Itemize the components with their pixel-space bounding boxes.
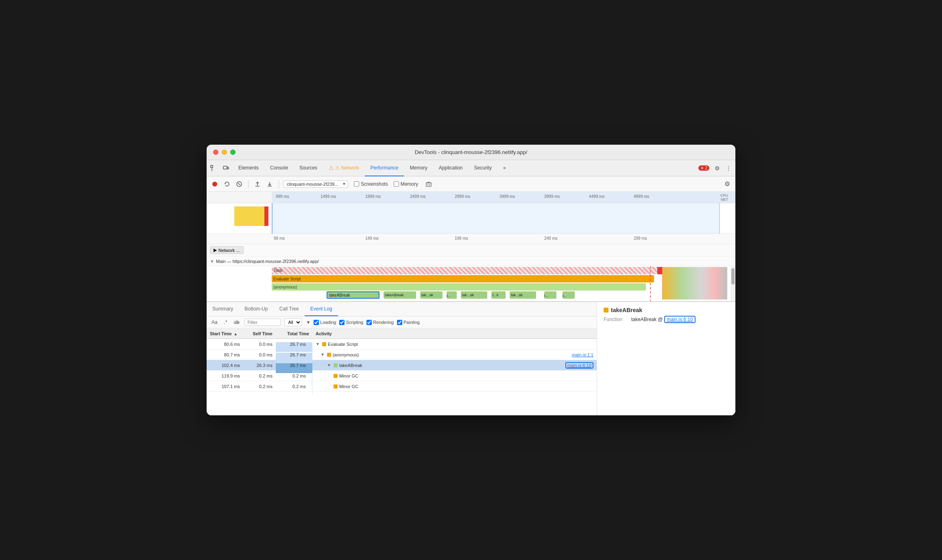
takeabreak-bar-8[interactable]: t... [544, 291, 556, 299]
url-dropdown[interactable]: clinquant-mousse-2f239... ▼ [283, 180, 348, 188]
evaluate-script-bar[interactable]: Evaluate Script [272, 275, 654, 282]
network-btn-label: Network ... [218, 248, 240, 253]
case-sensitive-btn[interactable]: Aa [210, 319, 219, 326]
error-x: ✕ [700, 166, 704, 170]
painting-label: Painting [403, 320, 420, 325]
error-badge[interactable]: ✕ 2 [698, 165, 709, 171]
inspect-icon[interactable] [210, 165, 217, 172]
tab-elements[interactable]: Elements [233, 160, 264, 176]
cell-total-4: 0.2 ms [276, 384, 312, 389]
ruler2-label-299: 299 ms [634, 236, 647, 241]
settings-icon[interactable]: ⚙ [713, 165, 721, 172]
tree-arrow-0[interactable]: ▼ [316, 342, 320, 346]
regex-btn[interactable]: .* [222, 319, 229, 326]
memory-label: Memory [401, 181, 418, 187]
tab-bar-end: ✕ 2 ⚙ ⋮ [698, 165, 732, 172]
activity-icon-2 [334, 363, 338, 367]
minimize-button[interactable] [222, 150, 227, 155]
tab-call-tree[interactable]: Call Tree [274, 302, 305, 316]
col-total-time[interactable]: Total Time [276, 331, 312, 336]
filter-input[interactable] [244, 319, 281, 326]
takeabreak-bar-6[interactable]: t...k [491, 291, 506, 299]
screenshots-checkbox-input[interactable] [354, 181, 359, 187]
detail-function-link[interactable]: main.js:6:10 [664, 316, 696, 323]
table-row[interactable]: 80.7 ms 0.0 ms 26.7 ms ▼ (anonymous) mai… [207, 349, 597, 360]
takeabreak-selected-bar[interactable]: takeABreak [327, 291, 379, 299]
loading-checkbox-input[interactable] [314, 320, 319, 325]
takeabreak-bar-5[interactable]: tak...ak [461, 291, 487, 299]
close-button[interactable] [213, 150, 218, 155]
svg-rect-0 [211, 165, 213, 167]
screenshots-checkbox[interactable]: Screenshots [354, 181, 388, 187]
cell-activity-4: Minor GC [312, 384, 597, 389]
mini-selection [272, 203, 719, 234]
tree-arrow-1[interactable]: ▼ [321, 352, 325, 357]
ruler-label-2499: 2499 ms [410, 194, 425, 199]
table-row[interactable]: 107.1 ms 0.2 ms 0.2 ms Minor GC [207, 381, 597, 392]
clear-button[interactable] [234, 179, 244, 189]
task-label-area: Task [272, 267, 662, 274]
timeline-scrollbar-thumb[interactable] [731, 268, 735, 284]
collect-garbage-icon[interactable] [424, 179, 434, 189]
anonymous-bar[interactable]: (anonymous) [272, 283, 646, 291]
upload-button[interactable] [253, 179, 262, 189]
whole-word-btn[interactable]: ab̶ [232, 319, 242, 326]
network-expand-button[interactable]: ▶ Network ... [210, 246, 244, 254]
table-row[interactable]: 80.6 ms 0.0 ms 26.7 ms ▼ Evaluate Script [207, 339, 597, 349]
tab-summary[interactable]: Summary [207, 302, 239, 316]
table-row-selected[interactable]: 102.4 ms 26.3 ms 26.7 ms ▼ takeABreak ma… [207, 360, 597, 371]
download-button[interactable] [265, 179, 275, 189]
col-self-time[interactable]: Self Time [243, 331, 276, 336]
tab-memory[interactable]: Memory [404, 160, 433, 176]
takeabreak-bar-9[interactable]: t... [563, 291, 575, 299]
selection-line-left [272, 203, 273, 234]
capture-settings-icon[interactable]: ⚙ [722, 179, 732, 189]
painting-checkbox-input[interactable] [397, 320, 402, 325]
tab-more[interactable]: » [497, 160, 512, 176]
scripting-label: Scripting [346, 320, 363, 325]
loading-checkbox[interactable]: Loading [314, 320, 336, 325]
scripting-checkbox[interactable]: Scripting [339, 320, 363, 325]
tree-arrow-2[interactable]: ▼ [327, 363, 331, 367]
activity-link-1[interactable]: main.js:1:1 [572, 352, 593, 357]
rendering-checkbox[interactable]: Rendering [366, 320, 394, 325]
takeabreak-label-6: t...k [493, 293, 499, 297]
record-button[interactable] [210, 179, 220, 189]
category-select[interactable]: All [284, 318, 302, 326]
tab-application[interactable]: Application [433, 160, 469, 176]
tab-event-log[interactable]: Event Log [305, 302, 338, 316]
tab-sources[interactable]: Sources [294, 160, 323, 176]
maximize-button[interactable] [230, 150, 236, 155]
takeabreak-bar-3[interactable]: tak...ak [420, 291, 443, 299]
main-collapse-icon[interactable]: ▼ [210, 259, 214, 264]
scripting-checkbox-input[interactable] [339, 320, 345, 325]
dashed-line-gray [662, 266, 663, 302]
takeabreak-bar-7[interactable]: tak...ak [510, 291, 536, 299]
col-start-time[interactable]: Start Time ▲ [207, 331, 243, 336]
rendering-checkbox-input[interactable] [366, 320, 372, 325]
timeline-ruler-top: 999 ms 1499 ms 1999 ms 2499 ms 2999 ms 3… [207, 192, 735, 203]
memory-checkbox-input[interactable] [394, 181, 399, 187]
tab-network[interactable]: ⚠ ⚠ Network [323, 160, 365, 176]
table-body: 80.6 ms 0.0 ms 26.7 ms ▼ Evaluate Script [207, 339, 597, 392]
memory-checkbox[interactable]: Memory [394, 181, 418, 187]
task-bar[interactable] [272, 267, 662, 274]
tab-console[interactable]: Console [264, 160, 294, 176]
more-options-icon[interactable]: ⋮ [725, 165, 732, 172]
tab-performance[interactable]: Performance [365, 160, 404, 176]
cell-self-1: 0.0 ms [243, 352, 276, 357]
total-bar-3 [312, 374, 312, 384]
tab-bottom-up[interactable]: Bottom-Up [239, 302, 273, 316]
activity-link-circled-2[interactable]: main.js:6:10 [565, 362, 593, 369]
tab-security[interactable]: Security [469, 160, 497, 176]
painting-checkbox[interactable]: Painting [397, 320, 420, 325]
total-text-0: 26.7 ms [290, 342, 309, 347]
cell-start-3: 119.9 ms [207, 373, 243, 378]
ruler-label-4499: 4499 ms [589, 194, 604, 199]
table-row[interactable]: 119.9 ms 0.2 ms 0.2 ms Minor GC [207, 371, 597, 381]
col-activity[interactable]: Activity [312, 331, 597, 336]
device-icon[interactable] [222, 165, 229, 172]
takeabreak-bar-2[interactable]: takeABreak [384, 291, 416, 299]
reload-button[interactable] [222, 179, 232, 189]
takeabreak-bar-4[interactable]: t... [447, 291, 457, 299]
